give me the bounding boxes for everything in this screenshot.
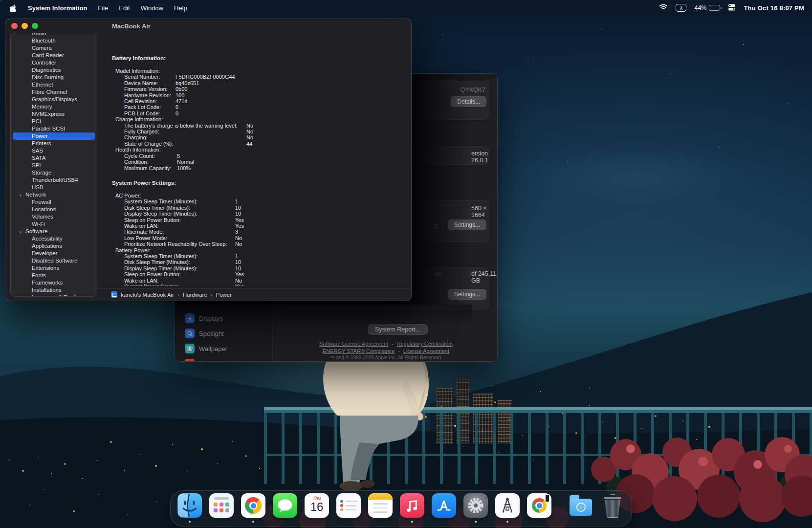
sidebar-item-label: Frameworks — [32, 280, 63, 286]
sidebar-item-graphics-displays[interactable]: Graphics/Displays — [13, 96, 95, 103]
chrome-icon — [241, 493, 265, 518]
sidebar-item-accessibility[interactable]: Accessibility — [13, 235, 95, 242]
wifi-icon[interactable] — [659, 4, 668, 12]
sidebar-item-firewall[interactable]: Firewall — [13, 198, 95, 206]
sidebar-item-label: Installations — [32, 287, 62, 293]
sidebar-item-bluetooth[interactable]: Bluetooth — [13, 37, 95, 44]
sidebar-item-volumes[interactable]: Volumes — [13, 213, 95, 220]
input-source-icon[interactable]: λ — [676, 4, 686, 12]
menu-window[interactable]: Window — [141, 4, 163, 12]
breadcrumb-part-hardware[interactable]: Hardware — [183, 292, 207, 298]
settings-sidebar-item-spotlight[interactable]: Spotlight — [181, 327, 269, 340]
close-button[interactable] — [11, 23, 18, 29]
info-value: bq40z651 — [176, 80, 402, 86]
sidebar-item-sas[interactable]: SAS — [13, 147, 95, 154]
menu-help[interactable]: Help — [174, 4, 187, 12]
sidebar-item-label: Fibre Channel — [32, 89, 67, 95]
breadcrumb-part-kaneki-s-macbook-air[interactable]: kaneki's MacBook Air — [121, 292, 174, 298]
link-software-license-agreement[interactable]: Software License Agreement — [319, 341, 388, 347]
sidebar-item-software[interactable]: ∨Software — [13, 228, 95, 235]
dock-item-calendar[interactable]: Thu16 — [305, 493, 329, 518]
control-center-icon[interactable] — [728, 3, 736, 13]
info-label: State of Charge (%): — [124, 141, 246, 147]
dock-item-messages[interactable] — [273, 493, 297, 518]
sidebar-item-locations[interactable]: Locations — [13, 206, 95, 213]
info-value: Yes — [235, 271, 402, 277]
dock-item-notes[interactable] — [368, 493, 393, 518]
info-row: System Sleep Timer (Minutes):1 — [112, 253, 402, 259]
menu-edit[interactable]: Edit — [119, 4, 130, 12]
dock-item-chrome[interactable] — [241, 493, 265, 518]
dock-item-apps[interactable] — [209, 493, 234, 518]
info-label: Sleep on Power Button: — [124, 217, 235, 223]
sidebar-item-label: Ethernet — [32, 82, 53, 88]
battery-status[interactable]: 44% — [694, 4, 720, 11]
sidebar-item-disabled-software[interactable]: Disabled Software — [13, 257, 95, 264]
info-value: 10 — [235, 211, 402, 217]
group-name: Model Information: — [112, 68, 402, 74]
zoom-button[interactable] — [32, 23, 38, 29]
sidebar-item-usb[interactable]: USB — [13, 184, 95, 191]
menu-app-name[interactable]: System Information — [28, 4, 87, 12]
settings-sidebar-item-wallpaper[interactable]: Wallpaper — [181, 342, 269, 355]
info-label: Condition: — [124, 159, 177, 165]
sidebar-item-diagnostics[interactable]: Diagnostics — [13, 66, 95, 74]
sidebar-item-nvmexpress[interactable]: NVMExpress — [13, 110, 95, 118]
sidebar-item-spi[interactable]: SPI — [13, 162, 95, 169]
settings-sidebar-label: Spotlight — [199, 330, 224, 337]
sidebar-item-wi-fi[interactable]: Wi-Fi — [13, 220, 95, 228]
sidebar-item-installations[interactable]: Installations — [13, 286, 95, 294]
menu-clock[interactable]: Thu Oct 16 8:07 PM — [744, 4, 804, 12]
sidebar-item-card-reader[interactable]: Card Reader — [13, 52, 95, 59]
dock-item-settings[interactable] — [463, 493, 488, 518]
sidebar-item-pci[interactable]: PCI — [13, 118, 95, 125]
sidebar-item-fonts[interactable]: Fonts — [13, 272, 95, 279]
sidebar-item-label: SATA — [32, 155, 45, 161]
minimize-button[interactable] — [22, 23, 28, 29]
sidebar-item-power[interactable]: Power — [13, 132, 95, 140]
link-license-agreement[interactable]: License Agreement — [403, 348, 449, 354]
sidebar-item-parallel-scsi[interactable]: Parallel SCSI — [13, 125, 95, 132]
info-value: No — [246, 129, 402, 134]
sidebar-item-printers[interactable]: Printers — [13, 140, 95, 147]
info-label: System Sleep Timer (Minutes): — [124, 198, 235, 204]
sidebar-item-frameworks[interactable]: Frameworks — [13, 279, 95, 286]
info-row: Prioritize Network Reachability Over Sle… — [112, 241, 402, 247]
apple-menu-icon[interactable] — [10, 4, 17, 12]
sidebar-item-label: Camera — [32, 45, 52, 51]
sidebar-item-applications[interactable]: Applications — [13, 242, 95, 250]
settings-sidebar-item-notifications[interactable]: Notifications — [181, 357, 269, 362]
dock-item-configurator[interactable] — [495, 493, 520, 518]
dock-item-trash[interactable] — [600, 493, 625, 518]
dock-item-chrome-device[interactable] — [527, 493, 551, 518]
sidebar-item-extensions[interactable]: Extensions — [13, 264, 95, 272]
sidebar-item-language-region[interactable]: Language & Region — [13, 294, 95, 297]
sidebar-item-audio[interactable]: Audio — [13, 33, 95, 37]
link-energy-star-compliance[interactable]: ENERGY STAR® Compliance — [323, 348, 395, 354]
sidebar-item-fibre-channel[interactable]: Fibre Channel — [13, 88, 95, 96]
sidebar-item-storage[interactable]: Storage — [13, 169, 95, 176]
link-regulatory-certification[interactable]: Regulatory Certification — [396, 341, 452, 347]
sidebar-item-label: NVMExpress — [32, 111, 65, 117]
dock-item-finder[interactable] — [177, 493, 202, 518]
dock-item-downloads[interactable]: ↓ — [569, 493, 593, 518]
sidebar-item-network[interactable]: ∨Network — [13, 191, 95, 198]
sidebar-item-ethernet[interactable]: Ethernet — [13, 81, 95, 88]
menu-file[interactable]: File — [98, 4, 108, 12]
sidebar-item-thunderbolt-usb4[interactable]: Thunderbolt/USB4 — [13, 176, 95, 184]
breadcrumb-part-power[interactable]: Power — [216, 292, 232, 298]
sidebar-item-developer[interactable]: Developer — [13, 250, 95, 257]
sidebar-item-disc-burning[interactable]: Disc Burning — [13, 74, 95, 81]
info-value: F5DHG000BZF0000G44 — [176, 74, 402, 80]
sidebar-item-sata[interactable]: SATA — [13, 154, 95, 162]
sidebar-item-memory[interactable]: Memory — [13, 103, 95, 110]
dock-item-app-store[interactable] — [432, 493, 456, 518]
wallpaper-icon — [185, 344, 195, 353]
trash-icon — [600, 493, 625, 518]
info-row: Firmware Version:0b00 — [112, 86, 402, 92]
sidebar-item-camera[interactable]: Camera — [13, 44, 95, 52]
system-report-button[interactable]: System Report... — [368, 324, 428, 335]
sidebar-item-controller[interactable]: Controller — [13, 59, 95, 66]
dock-item-music[interactable] — [400, 493, 424, 518]
dock-item-reminders[interactable] — [336, 493, 361, 518]
